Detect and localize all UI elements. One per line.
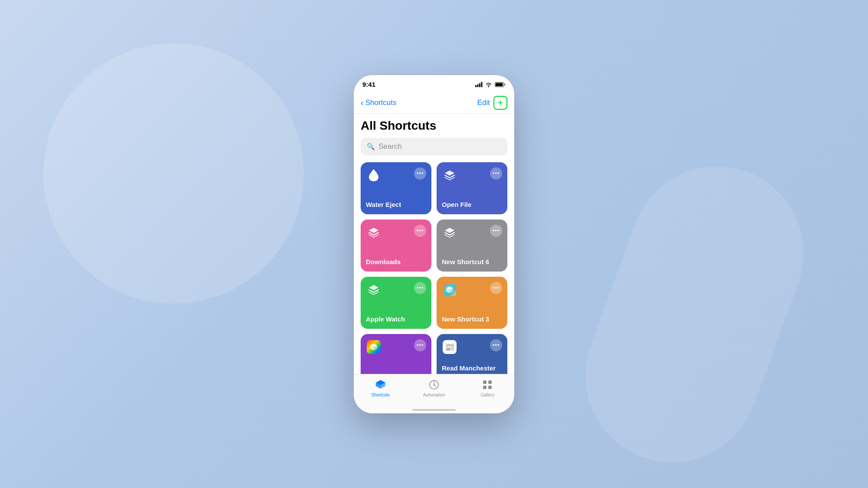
shortcut-card-new-shortcut-3[interactable]: ••• New Shortcut 3 <box>437 277 507 329</box>
svg-rect-9 <box>488 380 492 384</box>
nav-actions: Edit + <box>477 96 507 110</box>
tab-shortcuts[interactable]: Shortcuts <box>365 379 396 397</box>
layers-icon-green <box>366 282 381 298</box>
svg-rect-11 <box>488 386 492 389</box>
tab-gallery[interactable]: Gallery <box>472 379 503 397</box>
search-bar[interactable]: 🔍 Search <box>361 138 507 155</box>
card-header: 📰 ••• <box>442 339 502 355</box>
shortcut-card-open-file[interactable]: ••• Open File <box>437 162 507 214</box>
nav-back-button[interactable]: ‹ Shortcuts <box>361 98 396 108</box>
card-header: ••• <box>442 225 502 240</box>
card-menu-button[interactable]: ••• <box>490 339 502 351</box>
news-icon: 📰 <box>442 339 457 355</box>
shortcuts-cube-icon <box>366 339 381 355</box>
svg-rect-8 <box>483 380 487 384</box>
card-menu-button[interactable]: ••• <box>490 282 502 294</box>
home-bar <box>412 409 456 411</box>
tab-bar: Shortcuts Automation Gall <box>354 374 514 410</box>
automation-tab-icon <box>428 379 440 391</box>
shortcut-label-new-shortcut-6: New Shortcut 6 <box>442 258 502 266</box>
card-menu-button[interactable]: ••• <box>490 225 502 237</box>
shortcut-card-apple-watch[interactable]: ••• Apple Watch <box>361 277 431 329</box>
search-placeholder: Search <box>378 142 402 151</box>
add-shortcut-button[interactable]: + <box>493 96 507 110</box>
automation-tab-label: Automation <box>423 393 445 397</box>
shortcut-label-open-file: Open File <box>442 200 502 209</box>
home-indicator <box>354 410 514 413</box>
status-time: 9:41 <box>362 81 375 88</box>
card-menu-button[interactable]: ••• <box>414 167 426 180</box>
phone-frame: 9:41 ‹ Shortcuts <box>354 75 514 413</box>
svg-rect-2 <box>479 83 480 87</box>
shortcut-card-downloads[interactable]: ••• Downloads <box>361 219 431 272</box>
wifi-icon <box>485 82 492 87</box>
card-header: ••• <box>366 167 426 183</box>
nav-bar: ‹ Shortcuts Edit + <box>354 94 514 114</box>
shortcut-card-legacy[interactable]: ••• Legacy <box>361 334 431 374</box>
shortcuts-grid: ••• Water Eject ••• Open File <box>361 162 507 374</box>
shortcut-card-water-eject[interactable]: ••• Water Eject <box>361 162 431 214</box>
shortcut-label-legacy: Legacy <box>366 372 426 374</box>
layers-icon-pink <box>366 225 381 240</box>
svg-rect-1 <box>477 84 479 87</box>
plus-icon: + <box>498 98 503 108</box>
shortcut-label-water-eject: Water Eject <box>366 200 426 209</box>
back-chevron-icon: ‹ <box>361 98 364 108</box>
search-icon: 🔍 <box>367 143 375 151</box>
card-header: ••• <box>366 225 426 240</box>
card-menu-button[interactable]: ••• <box>414 225 426 237</box>
card-header: ••• <box>366 282 426 298</box>
card-menu-button[interactable]: ••• <box>490 167 502 180</box>
page-title: All Shortcuts <box>361 114 507 138</box>
card-menu-button[interactable]: ••• <box>414 339 426 351</box>
svg-rect-5 <box>496 83 503 86</box>
layers-icon-gray <box>442 225 457 240</box>
card-header: ••• <box>366 339 426 355</box>
gallery-tab-icon <box>481 379 493 391</box>
cube-icon-orange <box>442 282 457 298</box>
status-bar: 9:41 <box>354 75 514 94</box>
water-drop-icon <box>366 167 381 183</box>
card-header: ••• <box>442 282 502 298</box>
shortcut-label-new-shortcut-3: New Shortcut 3 <box>442 315 502 324</box>
svg-rect-3 <box>481 82 483 87</box>
shortcut-card-new-shortcut-6[interactable]: ••• New Shortcut 6 <box>437 219 507 272</box>
shortcut-label-manchester-news: Read Manchester Evening News <box>442 364 502 374</box>
status-icons <box>475 82 506 87</box>
shortcut-card-manchester-news[interactable]: 📰 ••• Read Manchester Evening News <box>437 334 507 374</box>
shortcut-label-apple-watch: Apple Watch <box>366 315 426 324</box>
battery-icon <box>495 82 506 87</box>
gallery-tab-label: Gallery <box>480 393 494 397</box>
shortcut-label-downloads: Downloads <box>366 258 426 266</box>
layers-icon <box>442 167 457 183</box>
shortcuts-tab-label: Shortcuts <box>372 393 390 397</box>
card-menu-button[interactable]: ••• <box>414 282 426 294</box>
svg-point-7 <box>433 384 434 385</box>
edit-button[interactable]: Edit <box>477 98 490 107</box>
svg-rect-10 <box>483 386 487 389</box>
content-area: All Shortcuts 🔍 Search ••• Water Eject <box>354 114 514 374</box>
nav-back-label: Shortcuts <box>365 98 397 107</box>
shortcuts-tab-icon <box>375 379 387 391</box>
signal-icon <box>475 82 483 87</box>
tab-automation[interactable]: Automation <box>419 379 449 397</box>
card-header: ••• <box>442 167 502 183</box>
svg-rect-0 <box>475 85 477 87</box>
